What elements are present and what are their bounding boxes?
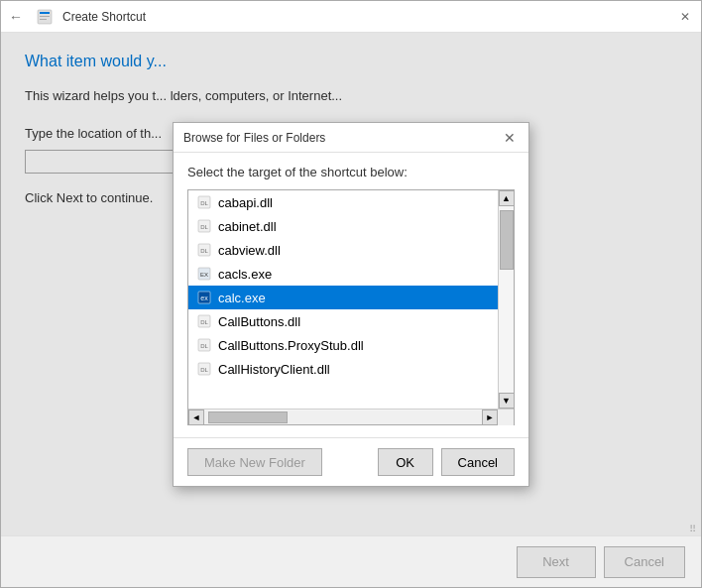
file-list-item[interactable]: DLcabview.dll (188, 238, 498, 262)
svg-text:DL: DL (200, 248, 208, 254)
file-list-item[interactable]: DLCallButtons.dll (188, 309, 498, 333)
dialog-title-bar: Browse for Files or Folders ✕ (174, 123, 528, 153)
file-list-item[interactable]: DLcabinet.dll (188, 214, 498, 238)
svg-text:DL: DL (200, 224, 208, 230)
svg-text:EX: EX (200, 272, 208, 278)
back-arrow-icon[interactable]: ← (9, 9, 23, 25)
dll-icon: DL (196, 218, 212, 234)
file-name-label: cabinet.dll (218, 219, 277, 234)
scroll-thumb-area (499, 206, 514, 393)
scroll-down-button[interactable]: ▼ (499, 393, 515, 409)
file-list: DLcabapi.dllDLcabinet.dllDLcabview.dllEX… (188, 190, 498, 409)
resize-handle[interactable]: ⠿ (689, 524, 699, 533)
dll-icon: DL (196, 242, 212, 258)
dialog-footer: Make New Folder OK Cancel (174, 437, 528, 486)
ok-button[interactable]: OK (378, 448, 433, 476)
make-folder-button[interactable]: Make New Folder (187, 448, 322, 476)
file-list-item[interactable]: DLCallButtons.ProxyStub.dll (188, 333, 498, 357)
file-list-item[interactable]: excalc.exe (188, 286, 498, 309)
window-title: Create Shortcut (62, 10, 146, 24)
exe-icon: ex (196, 290, 212, 305)
file-name-label: CallHistoryClient.dll (218, 362, 330, 377)
next-button[interactable]: Next (517, 546, 596, 578)
svg-text:DL: DL (200, 319, 208, 325)
scroll-left-button[interactable]: ◄ (188, 410, 204, 425)
file-list-item[interactable]: EXcacls.exe (188, 262, 498, 286)
title-bar-controls: ✕ (677, 9, 693, 25)
scroll-thumb[interactable] (500, 210, 514, 270)
scroll-corner (498, 410, 514, 425)
file-name-label: cacls.exe (218, 267, 272, 282)
svg-rect-3 (40, 19, 47, 20)
file-list-item[interactable]: DLCallHistoryClient.dll (188, 357, 498, 381)
svg-text:ex: ex (200, 294, 208, 301)
dll-icon: DL (196, 313, 212, 329)
h-scroll-thumb[interactable] (208, 412, 288, 423)
file-name-label: calc.exe (218, 291, 266, 305)
file-name-label: cabapi.dll (218, 195, 273, 210)
file-list-item[interactable]: DLcabapi.dll (188, 190, 498, 214)
svg-text:DL: DL (200, 367, 208, 373)
wizard-icon (35, 7, 55, 27)
file-name-label: CallButtons.dll (218, 314, 300, 329)
horizontal-scrollbar: ◄ ► (188, 409, 514, 424)
scroll-up-button[interactable]: ▲ (499, 190, 515, 206)
exe-icon: EX (196, 266, 212, 282)
dll-icon: DL (196, 337, 212, 353)
wizard-content: What item would y... This wizard helps y… (1, 33, 701, 535)
vertical-scrollbar[interactable]: ▲ ▼ (498, 190, 514, 409)
wizard-window: ← Create Shortcut ✕ What item would y...… (0, 0, 702, 588)
browse-dialog: Browse for Files or Folders ✕ Select the… (173, 122, 529, 487)
dialog-subtitle: Select the target of the shortcut below: (187, 165, 515, 179)
file-name-label: CallButtons.ProxyStub.dll (218, 338, 364, 353)
svg-text:DL: DL (200, 200, 208, 206)
cancel-button[interactable]: Cancel (604, 546, 685, 578)
dialog-body: Select the target of the shortcut below:… (174, 153, 528, 437)
title-bar-left: ← Create Shortcut (9, 7, 677, 27)
dll-icon: DL (196, 194, 212, 210)
window-close-button[interactable]: ✕ (677, 9, 693, 25)
svg-rect-1 (40, 12, 50, 14)
dialog-overlay: Browse for Files or Folders ✕ Select the… (1, 33, 701, 535)
title-bar: ← Create Shortcut ✕ (1, 1, 701, 33)
svg-rect-2 (40, 16, 50, 17)
dialog-title: Browse for Files or Folders (183, 131, 501, 145)
file-name-label: cabview.dll (218, 243, 281, 258)
wizard-footer: Next Cancel (1, 535, 701, 587)
dll-icon: DL (196, 361, 212, 377)
h-scroll-track (204, 411, 482, 424)
dialog-cancel-button[interactable]: Cancel (441, 448, 515, 476)
svg-text:DL: DL (200, 343, 208, 349)
scroll-right-button[interactable]: ► (482, 410, 498, 425)
dialog-close-button[interactable]: ✕ (501, 129, 519, 147)
